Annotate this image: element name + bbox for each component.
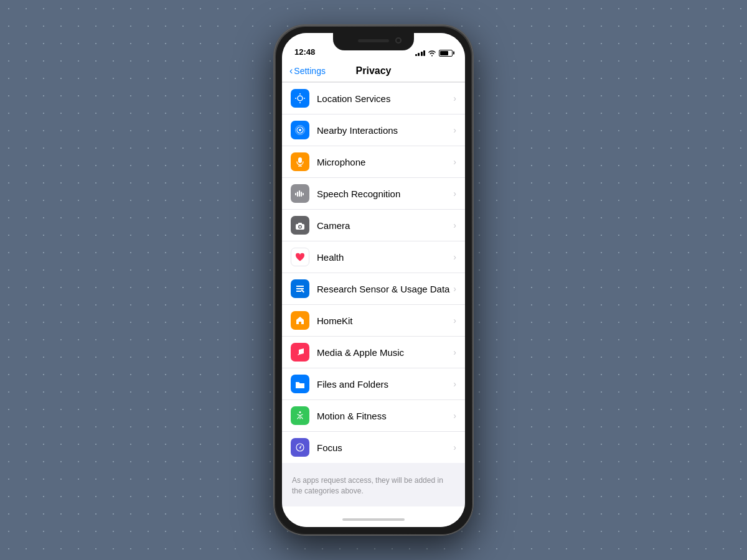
list-item[interactable]: Location Services ›	[282, 82, 465, 114]
chevron-icon: ›	[453, 93, 456, 103]
chevron-icon: ›	[453, 411, 456, 421]
list-item[interactable]: Health ›	[282, 241, 465, 273]
home-indicator	[282, 512, 465, 527]
phone-device: 12:48	[274, 25, 473, 535]
chevron-icon: ›	[453, 315, 456, 325]
list-item-label: Camera	[317, 220, 453, 231]
list-item-label: Location Services	[317, 93, 453, 104]
list-item-label: Nearby Interactions	[317, 125, 453, 136]
chevron-icon: ›	[453, 157, 456, 167]
focus-icon	[291, 438, 309, 457]
scroll-content[interactable]: Location Services › Nearby Interact	[282, 82, 465, 512]
research-icon	[291, 279, 309, 298]
nav-bar: ‹ Settings Privacy	[282, 60, 465, 82]
list-item[interactable]: ♪ Media & Apple Music ›	[282, 337, 465, 368]
list-item[interactable]: Motion & Fitness ›	[282, 400, 465, 432]
chevron-icon: ›	[453, 189, 456, 198]
front-camera	[395, 37, 402, 44]
svg-rect-15	[303, 193, 304, 195]
health-icon	[291, 248, 309, 266]
list-item-label: Speech Recognition	[317, 189, 453, 199]
chevron-icon: ›	[453, 284, 456, 294]
analytics-row[interactable]: Analytics & Improvements ›	[282, 506, 465, 512]
nav-title: Privacy	[356, 65, 392, 77]
back-chevron-icon: ‹	[289, 65, 293, 77]
chevron-icon: ›	[453, 220, 456, 230]
list-item-label: Media & Apple Music	[317, 347, 453, 358]
list-item[interactable]: Nearby Interactions ›	[282, 114, 465, 146]
files-icon	[291, 375, 309, 393]
list-item[interactable]: Files and Folders ›	[282, 368, 465, 400]
camera-icon	[291, 216, 309, 235]
chevron-icon: ›	[453, 347, 456, 357]
list-item[interactable]: Camera ›	[282, 210, 465, 241]
list-item-label: Research Sensor & Usage Data	[317, 284, 453, 294]
chevron-icon: ›	[453, 125, 456, 135]
list-item[interactable]: Microphone ›	[282, 146, 465, 178]
phone-screen: 12:48	[282, 33, 465, 527]
svg-point-0	[298, 96, 303, 101]
svg-point-5	[299, 129, 301, 131]
svg-rect-19	[298, 223, 302, 225]
list-item-label: Focus	[317, 442, 453, 453]
nearby-icon	[291, 121, 309, 139]
status-time: 12:48	[294, 47, 315, 57]
status-icons	[415, 49, 453, 57]
chevron-icon: ›	[453, 379, 456, 389]
icon-rows-group: Location Services › Nearby Interact	[282, 82, 465, 463]
homekit-icon	[291, 311, 309, 330]
speech-icon	[291, 184, 309, 203]
svg-rect-8	[298, 157, 302, 163]
list-item[interactable]: Focus ›	[282, 432, 465, 463]
svg-point-21	[299, 411, 301, 413]
svg-rect-11	[295, 193, 296, 195]
mic-icon	[291, 152, 309, 171]
back-button[interactable]: ‹ Settings	[289, 65, 326, 77]
list-item[interactable]: Research Sensor & Usage Data ›	[282, 273, 465, 305]
chevron-icon: ›	[453, 252, 456, 262]
svg-point-18	[299, 226, 301, 228]
fitness-icon	[291, 406, 309, 425]
plain-rows-group: Analytics & Improvements › Apple Adverti…	[282, 506, 465, 512]
location-icon	[291, 89, 309, 108]
speaker	[358, 39, 389, 42]
chevron-icon: ›	[453, 442, 456, 452]
list-item[interactable]: Speech Recognition ›	[282, 178, 465, 210]
svg-rect-14	[301, 192, 302, 197]
svg-rect-13	[299, 190, 300, 197]
list-item-label: Microphone	[317, 157, 453, 167]
battery-icon	[439, 50, 453, 57]
home-bar	[342, 518, 405, 521]
list-item-label: Files and Folders	[317, 379, 453, 390]
section-footer: As apps request access, they will be add…	[282, 473, 465, 506]
music-icon: ♪	[291, 343, 309, 362]
svg-text:♪: ♪	[297, 348, 301, 357]
list-item[interactable]: HomeKit ›	[282, 305, 465, 337]
signal-icon	[415, 50, 426, 56]
svg-rect-12	[297, 192, 298, 197]
notch	[333, 33, 414, 50]
list-item-label: Motion & Fitness	[317, 411, 453, 421]
back-label: Settings	[294, 66, 326, 76]
list-item-label: Health	[317, 252, 453, 263]
list-item-label: HomeKit	[317, 315, 453, 326]
phone-inner: 12:48	[276, 27, 471, 533]
wifi-icon	[428, 49, 436, 57]
